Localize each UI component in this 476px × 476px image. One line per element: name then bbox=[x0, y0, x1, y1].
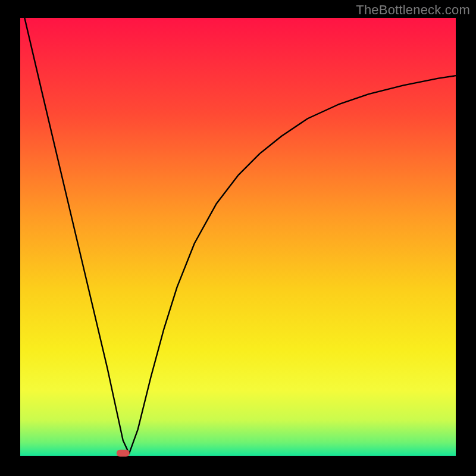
plot-background bbox=[20, 18, 456, 456]
current-point-marker bbox=[117, 450, 130, 457]
chart-frame: TheBottleneck.com bbox=[0, 0, 476, 476]
bottleneck-chart bbox=[0, 0, 476, 476]
watermark-text: TheBottleneck.com bbox=[356, 2, 470, 18]
